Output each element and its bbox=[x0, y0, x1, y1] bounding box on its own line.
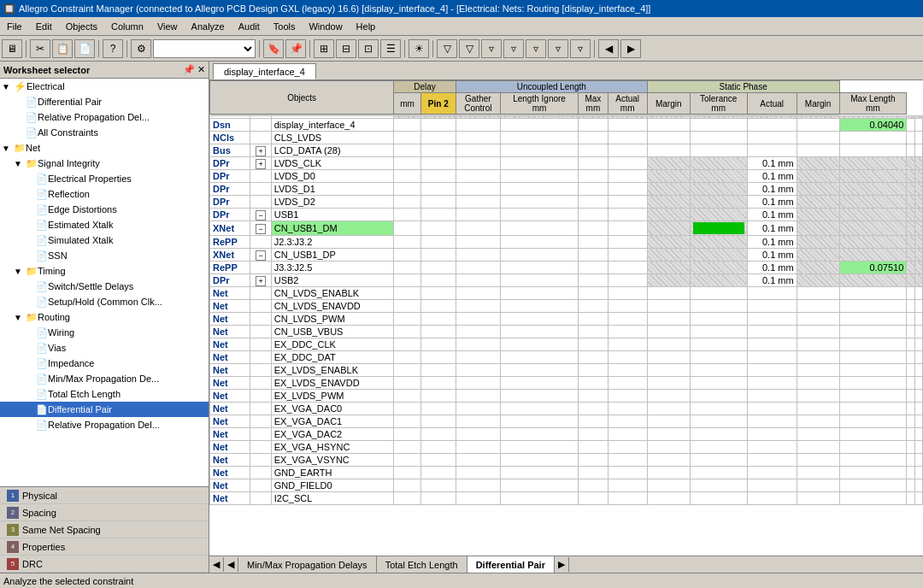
ws-tab-spacing[interactable]: 2Spacing bbox=[0, 504, 209, 521]
tree-item-12[interactable]: ▼📁 Timing bbox=[0, 263, 209, 279]
table-row[interactable]: NetEX_VGA_VSYNC bbox=[210, 454, 923, 467]
tb-filter7-btn[interactable]: ▿ bbox=[570, 39, 591, 58]
table-row[interactable]: DPr+LVDS_CLK0.1 mm bbox=[210, 157, 923, 170]
tree-item-14[interactable]: 📄 Setup/Hold (Common Clk... bbox=[0, 294, 209, 309]
tb-nav1-btn[interactable]: ◀ bbox=[598, 39, 619, 58]
tree-item-7[interactable]: 📄 Reflection bbox=[0, 186, 209, 202]
table-row[interactable]: NetEX_VGA_DAC0 bbox=[210, 403, 923, 415]
table-row[interactable]: XNet−CN_USB1_DM0.1 mm bbox=[210, 221, 923, 236]
tb-new-btn[interactable]: 🖥 bbox=[2, 39, 22, 58]
table-row[interactable]: NetEX_LVDS_ENAVDD bbox=[210, 377, 923, 390]
btab-total-etch[interactable]: Total Etch Length bbox=[377, 556, 467, 573]
expand-minus-icon[interactable]: − bbox=[256, 224, 265, 234]
tb-grid4-btn[interactable]: ☰ bbox=[380, 39, 401, 58]
tb-grid3-btn[interactable]: ⊡ bbox=[358, 39, 379, 58]
tree-item-8[interactable]: 📄 Edge Distortions bbox=[0, 202, 209, 217]
table-row[interactable]: NetCN_LVDS_ENAVDD bbox=[210, 300, 923, 313]
tb-help-btn[interactable]: ? bbox=[103, 39, 123, 58]
table-row[interactable]: NetCN_LVDS_ENABLK bbox=[210, 287, 923, 300]
table-row[interactable]: DPrLVDS_D20.1 mm bbox=[210, 196, 923, 209]
table-row[interactable]: DPrLVDS_D00.1 mm bbox=[210, 170, 923, 183]
table-row[interactable]: NetEX_LVDS_PWM bbox=[210, 390, 923, 403]
expand-icon[interactable]: ▼ bbox=[14, 159, 24, 168]
btab-scroll-right[interactable]: ▶ bbox=[555, 557, 569, 572]
tree-item-19[interactable]: 📄 Min/Max Propagation De... bbox=[0, 371, 209, 386]
table-row[interactable]: NetCN_LVDS_PWM bbox=[210, 313, 923, 326]
tb-filter1-btn[interactable]: ▽ bbox=[437, 39, 457, 58]
ws-tab-physical[interactable]: 1Physical bbox=[0, 487, 209, 504]
btab-propagation-delays[interactable]: Min/Max Propagation Delays bbox=[238, 556, 377, 573]
table-row[interactable]: NetEX_VGA_HSYNC bbox=[210, 441, 923, 454]
expand-minus-icon[interactable]: − bbox=[256, 250, 265, 261]
expand-icon[interactable]: ▼ bbox=[14, 313, 24, 322]
table-row[interactable]: RePPJ3.3:J2.50.1 mm0.07510 bbox=[210, 262, 923, 274]
btab-differential-pair[interactable]: Differential Pair bbox=[467, 556, 555, 573]
btab-left-arrow[interactable]: ◀ bbox=[209, 557, 224, 572]
tb-refresh-btn[interactable]: ⚙ bbox=[131, 39, 151, 58]
expand-icon[interactable]: ▼ bbox=[2, 82, 12, 91]
menu-help[interactable]: Help bbox=[353, 21, 379, 32]
table-row[interactable]: NClsCLS_LVDS bbox=[210, 132, 923, 144]
tab-display-interface[interactable]: display_interface_4 bbox=[213, 63, 316, 79]
tree-item-22[interactable]: 📄 Relative Propagation Del... bbox=[0, 417, 209, 432]
expand-plus-icon[interactable]: + bbox=[256, 146, 265, 156]
ws-tab-same-net-spacing[interactable]: 3Same Net Spacing bbox=[0, 521, 209, 538]
menu-audit[interactable]: Audit bbox=[235, 21, 263, 32]
expand-icon[interactable]: ▼ bbox=[14, 267, 24, 276]
tree-item-13[interactable]: 📄 Switch/Settle Delays bbox=[0, 279, 209, 294]
tree-item-1[interactable]: 📄 Differential Pair bbox=[0, 94, 209, 109]
tree-item-0[interactable]: ▼⚡ Electrical bbox=[0, 79, 209, 94]
tree-item-16[interactable]: 📄 Wiring bbox=[0, 325, 209, 340]
tree-item-2[interactable]: 📄 Relative Propagation Del... bbox=[0, 109, 209, 125]
tb-combo[interactable] bbox=[153, 39, 256, 58]
tree-item-10[interactable]: 📄 Simulated Xtalk bbox=[0, 232, 209, 248]
tb-filter4-btn[interactable]: ▿ bbox=[503, 39, 524, 58]
tree-item-4[interactable]: ▼📁 Net bbox=[0, 140, 209, 156]
tb-paste-btn[interactable]: 📄 bbox=[74, 39, 95, 58]
table-row[interactable]: NetEX_LVDS_ENABLK bbox=[210, 364, 923, 377]
table-row[interactable]: DPrLVDS_D10.1 mm bbox=[210, 183, 923, 196]
tb-nav2-btn[interactable]: ▶ bbox=[620, 39, 641, 58]
menu-view[interactable]: View bbox=[154, 21, 181, 32]
tree-item-9[interactable]: 📄 Estimated Xtalk bbox=[0, 217, 209, 232]
table-row[interactable]: NetGND_FIELD0 bbox=[210, 479, 923, 492]
tb-filter5-btn[interactable]: ▿ bbox=[526, 39, 546, 58]
table-row[interactable]: DPr+USB20.1 mm bbox=[210, 274, 923, 287]
tree-item-11[interactable]: 📄 SSN bbox=[0, 248, 209, 263]
tree-item-17[interactable]: 📄 Vias bbox=[0, 340, 209, 356]
table-row[interactable]: RePPJ2.3:J3.20.1 mm bbox=[210, 236, 923, 249]
tb-bookmark-btn[interactable]: 🔖 bbox=[263, 39, 284, 58]
tree-item-6[interactable]: 📄 Electrical Properties bbox=[0, 171, 209, 186]
tb-cut-btn[interactable]: ✂ bbox=[30, 39, 50, 58]
table-row[interactable]: NetEX_DDC_DAT bbox=[210, 351, 923, 364]
tree-item-3[interactable]: 📄 All Constraints bbox=[0, 125, 209, 140]
tb-filter2-btn[interactable]: ▽ bbox=[459, 39, 479, 58]
tree-item-21[interactable]: 📄 Differential Pair bbox=[0, 402, 209, 417]
tb-filter3-btn[interactable]: ▿ bbox=[481, 39, 502, 58]
table-row[interactable]: NetCN_USB_VBUS bbox=[210, 326, 923, 338]
expand-plus-icon[interactable]: + bbox=[256, 159, 265, 169]
tb-filter6-btn[interactable]: ▿ bbox=[548, 39, 568, 58]
menu-analyze[interactable]: Analyze bbox=[188, 21, 228, 32]
table-row[interactable]: NetEX_VGA_DAC2 bbox=[210, 428, 923, 441]
tb-sun-btn[interactable]: ☀ bbox=[409, 39, 429, 58]
table-row[interactable]: DPr−USB10.1 mm bbox=[210, 209, 923, 221]
table-row[interactable]: Dsndisplay_interface_40.04040 bbox=[210, 119, 923, 132]
table-row[interactable]: Bus+LCD_DATA (28) bbox=[210, 144, 923, 157]
tree-item-18[interactable]: 📄 Impedance bbox=[0, 356, 209, 371]
table-row[interactable]: NetI2C_SCL bbox=[210, 492, 923, 505]
ws-tab-drc[interactable]: 5DRC bbox=[0, 556, 209, 573]
tb-grid-btn[interactable]: ⊞ bbox=[314, 39, 334, 58]
table-row[interactable]: NetGND_EARTH bbox=[210, 467, 923, 479]
tree-item-15[interactable]: ▼📁 Routing bbox=[0, 309, 209, 325]
table-row[interactable]: NetEX_VGA_DAC1 bbox=[210, 415, 923, 428]
ws-tab-properties[interactable]: 4Properties bbox=[0, 538, 209, 556]
menu-edit[interactable]: Edit bbox=[32, 21, 56, 32]
expand-minus-icon[interactable]: − bbox=[256, 210, 265, 220]
table-area[interactable]: Objects Delay Uncoupled Length Static Ph… bbox=[209, 80, 923, 556]
tb-bookmark2-btn[interactable]: 📌 bbox=[285, 39, 306, 58]
menu-window[interactable]: Window bbox=[305, 21, 345, 32]
tb-grid2-btn[interactable]: ⊟ bbox=[336, 39, 356, 58]
tree-item-20[interactable]: 📄 Total Etch Length bbox=[0, 386, 209, 402]
expand-icon[interactable]: ▼ bbox=[2, 144, 12, 153]
